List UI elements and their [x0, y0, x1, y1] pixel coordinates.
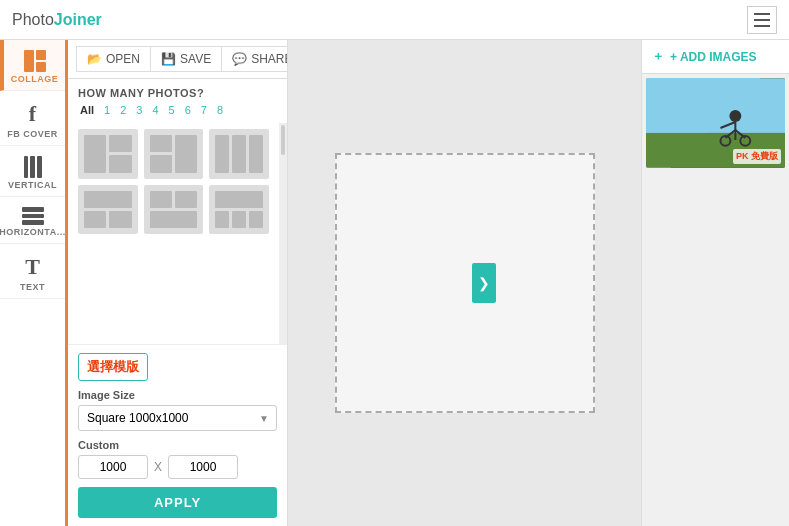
plus-icon: ＋: [652, 48, 664, 65]
size-select[interactable]: Square 1000x1000: [78, 405, 277, 431]
main-layout: COLLAGE f FB COVER VERTICAL HORIZONTA...…: [0, 40, 789, 526]
count-7[interactable]: 7: [199, 103, 209, 117]
count-3[interactable]: 3: [134, 103, 144, 117]
left-panel: 📂 OPEN 💾 SAVE 💬 SHARE HOW MANY PHOTOS? A…: [68, 40, 288, 526]
collage-icon: [24, 50, 46, 72]
scroll-thumb: [281, 125, 285, 155]
how-many-label: HOW MANY PHOTOS?: [68, 79, 287, 103]
template-1[interactable]: [78, 129, 138, 179]
count-8[interactable]: 8: [215, 103, 225, 117]
apply-button[interactable]: APPLY: [78, 487, 277, 518]
sidebar: COLLAGE f FB COVER VERTICAL HORIZONTA...…: [0, 40, 68, 526]
share-icon: 💬: [232, 52, 247, 66]
hamburger-line: [754, 13, 770, 15]
tooltip-box: 選擇模版: [78, 353, 148, 381]
count-1[interactable]: 1: [102, 103, 112, 117]
text-icon: T: [25, 254, 40, 280]
template-5[interactable]: [144, 185, 204, 235]
canvas-area: ❯: [288, 40, 641, 526]
template-6[interactable]: [209, 185, 269, 235]
sidebar-item-fb-cover[interactable]: f FB COVER: [0, 91, 65, 146]
add-images-label: + ADD IMAGES: [670, 50, 757, 64]
images-list: PK 免費版: [642, 74, 789, 526]
count-all[interactable]: All: [78, 103, 96, 117]
add-images-button[interactable]: ＋ + ADD IMAGES: [642, 40, 789, 74]
count-5[interactable]: 5: [167, 103, 177, 117]
template-4[interactable]: [78, 185, 138, 235]
image-thumb-1[interactable]: PK 免費版: [646, 78, 785, 168]
sidebar-item-collage[interactable]: COLLAGE: [0, 40, 65, 91]
bottom-panel: 選擇模版 Image Size Square 1000x1000 ▼ Custo…: [68, 344, 287, 526]
canvas-box: [335, 153, 595, 413]
share-label: SHARE: [251, 52, 288, 66]
sidebar-item-vertical[interactable]: VERTICAL: [0, 146, 65, 197]
count-6[interactable]: 6: [183, 103, 193, 117]
sidebar-item-label: HORIZONTA...: [0, 227, 66, 237]
title-joiner: Joiner: [54, 11, 102, 28]
app-title: PhotoJoiner: [12, 11, 102, 29]
sidebar-item-label: FB COVER: [7, 129, 58, 139]
custom-label: Custom: [78, 439, 277, 451]
open-icon: 📂: [87, 52, 102, 66]
template-section: [68, 123, 279, 344]
open-button[interactable]: 📂 OPEN: [76, 46, 151, 72]
watermark-badge: PK 免費版: [733, 149, 781, 164]
count-2[interactable]: 2: [118, 103, 128, 117]
vertical-icon: [24, 156, 42, 178]
template-2[interactable]: [144, 129, 204, 179]
title-photo: Photo: [12, 11, 54, 28]
sidebar-item-label: VERTICAL: [8, 180, 57, 190]
panel-inner: [68, 123, 287, 344]
app-header: PhotoJoiner: [0, 0, 789, 40]
save-icon: 💾: [161, 52, 176, 66]
toolbar: 📂 OPEN 💾 SAVE 💬 SHARE: [68, 40, 287, 79]
save-button[interactable]: 💾 SAVE: [151, 46, 222, 72]
svg-rect-0: [646, 78, 785, 133]
open-label: OPEN: [106, 52, 140, 66]
height-input[interactable]: [168, 455, 238, 479]
next-arrow[interactable]: ❯: [472, 263, 496, 303]
right-panel: ＋ + ADD IMAGES: [641, 40, 789, 526]
hamburger-line: [754, 25, 770, 27]
width-input[interactable]: [78, 455, 148, 479]
size-select-wrapper: Square 1000x1000 ▼: [78, 405, 277, 431]
sidebar-item-horizontal[interactable]: HORIZONTA...: [0, 197, 65, 244]
custom-size-row: X: [78, 455, 277, 479]
sidebar-item-label: COLLAGE: [11, 74, 59, 84]
sidebar-item-label: TEXT: [20, 282, 45, 292]
fb-icon: f: [29, 101, 36, 127]
hamburger-button[interactable]: [747, 6, 777, 34]
scroll-indicator: [279, 123, 287, 344]
horizontal-icon: [22, 207, 44, 225]
photo-count-row: All 1 2 3 4 5 6 7 8: [68, 103, 287, 123]
hamburger-line: [754, 19, 770, 21]
image-size-label: Image Size: [78, 389, 277, 401]
template-3[interactable]: [209, 129, 269, 179]
x-separator: X: [154, 460, 162, 474]
share-button[interactable]: 💬 SHARE: [222, 46, 288, 72]
svg-point-2: [729, 110, 741, 122]
count-4[interactable]: 4: [150, 103, 160, 117]
template-grid: [68, 123, 279, 240]
sidebar-item-text[interactable]: T TEXT: [0, 244, 65, 299]
save-label: SAVE: [180, 52, 211, 66]
